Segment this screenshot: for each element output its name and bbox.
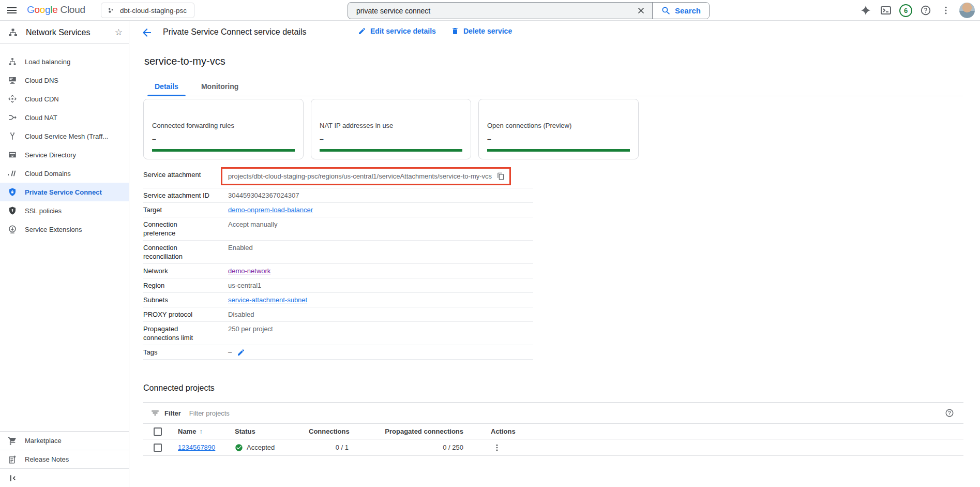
kv-label: Connection preference bbox=[143, 220, 210, 238]
column-header-actions: Actions bbox=[491, 427, 516, 435]
pin-star-icon[interactable]: ☆ bbox=[115, 27, 123, 38]
sidebar-item-cloud-nat[interactable]: Cloud NAT bbox=[0, 108, 129, 127]
gemini-sparkle-icon[interactable] bbox=[859, 4, 872, 17]
kv-value: Accept manually bbox=[228, 220, 277, 229]
kv-value: – bbox=[228, 348, 232, 357]
project-link[interactable]: 1234567890 bbox=[178, 444, 215, 451]
row-actions-menu-icon[interactable] bbox=[491, 441, 503, 454]
delete-button-label: Delete service bbox=[463, 27, 512, 35]
tab-details[interactable]: Details bbox=[143, 78, 190, 96]
card-value: – bbox=[320, 135, 462, 143]
search-button[interactable]: Search bbox=[652, 3, 709, 19]
sidebar-item-ssl-policies[interactable]: SSL policies bbox=[0, 201, 129, 220]
private-service-connect-icon bbox=[8, 187, 17, 197]
project-icon bbox=[107, 6, 115, 15]
copy-icon[interactable] bbox=[497, 172, 505, 180]
kv-label: Propagated connections limit bbox=[143, 324, 210, 342]
sidebar-item-label: Service Directory bbox=[25, 151, 76, 159]
project-selector-label: dbt-cloud-staging-psc bbox=[120, 7, 187, 14]
topbar-actions: 6 bbox=[859, 0, 975, 21]
sidebar-item-cloud-domains[interactable]: Cloud Domains bbox=[0, 164, 129, 183]
sidebar-item-release-notes[interactable]: Release Notes bbox=[0, 450, 129, 468]
cloud-dns-icon bbox=[8, 76, 17, 85]
target-link[interactable]: demo-onprem-load-balancer bbox=[228, 205, 313, 214]
sidebar-collapse-button[interactable] bbox=[0, 468, 129, 487]
sort-ascending-icon[interactable]: ↑ bbox=[199, 427, 203, 435]
google-cloud-logo: Google Cloud bbox=[27, 4, 85, 16]
connected-projects-table: Name ↑ Status Connections Propagated con… bbox=[143, 424, 963, 456]
notifications-badge[interactable]: 6 bbox=[899, 4, 912, 17]
trash-icon bbox=[451, 27, 459, 35]
subnet-link[interactable]: service-attachment-subnet bbox=[228, 296, 307, 304]
card-progress-bar bbox=[487, 149, 630, 152]
network-services-icon bbox=[8, 27, 18, 38]
table-help-icon[interactable] bbox=[945, 408, 954, 418]
card-open-connections: Open connections (Preview) – bbox=[478, 99, 639, 159]
cloud-domains-icon bbox=[8, 169, 17, 178]
service-directory-icon bbox=[8, 150, 17, 159]
table-row: 1234567890 Accepted 0 / 1 0 / 250 bbox=[143, 439, 963, 456]
sidebar: Network Services ☆ Load balancing Cloud … bbox=[0, 21, 129, 487]
kv-value: 250 per project bbox=[228, 324, 273, 333]
edit-service-details-button[interactable]: Edit service details bbox=[358, 27, 436, 35]
column-header-propagated-connections[interactable]: Propagated connections bbox=[349, 427, 463, 435]
sidebar-item-label: Cloud CDN bbox=[25, 95, 59, 103]
delete-service-button[interactable]: Delete service bbox=[451, 27, 512, 35]
connected-projects-filter-bar: Filter bbox=[143, 402, 963, 424]
sidebar-menu: Load balancing Cloud DNS Cloud CDN Cloud… bbox=[0, 44, 129, 239]
kv-value: Disabled bbox=[228, 310, 254, 319]
sidebar-item-label: Load balancing bbox=[25, 58, 70, 66]
sidebar-item-label: Cloud Domains bbox=[25, 170, 71, 178]
sidebar-item-load-balancing[interactable]: Load balancing bbox=[0, 52, 129, 71]
kv-row-connection-reconciliation: Connection reconciliation Enabled bbox=[143, 241, 533, 264]
user-avatar[interactable] bbox=[959, 3, 975, 18]
kv-row-service-attachment: Service attachment projects/dbt-cloud-st… bbox=[143, 168, 533, 188]
sidebar-item-label: Cloud NAT bbox=[25, 114, 57, 122]
help-icon[interactable] bbox=[919, 4, 932, 17]
search-clear-icon[interactable] bbox=[630, 3, 652, 19]
cloud-shell-icon[interactable] bbox=[879, 4, 893, 17]
sidebar-item-cloud-service-mesh[interactable]: Cloud Service Mesh (Traff... bbox=[0, 127, 129, 145]
project-selector[interactable]: dbt-cloud-staging-psc bbox=[101, 3, 194, 18]
tab-bar: Details Monitoring bbox=[143, 78, 963, 96]
cloud-nat-icon bbox=[8, 113, 17, 122]
kv-row-network: Network demo-network bbox=[143, 264, 533, 278]
card-connected-forwarding-rules: Connected forwarding rules – bbox=[143, 99, 304, 159]
sidebar-item-service-directory[interactable]: Service Directory bbox=[0, 145, 129, 164]
connected-projects-heading: Connected projects bbox=[143, 383, 963, 393]
edit-button-label: Edit service details bbox=[370, 27, 436, 35]
details-table: Service attachment projects/dbt-cloud-st… bbox=[143, 168, 533, 360]
sidebar-header: Network Services ☆ bbox=[0, 21, 129, 44]
kv-row-tags: Tags – bbox=[143, 345, 533, 360]
select-all-checkbox[interactable] bbox=[154, 427, 162, 436]
search-input[interactable] bbox=[348, 3, 630, 19]
sidebar-item-service-extensions[interactable]: Service Extensions bbox=[0, 220, 129, 239]
kv-label: Service attachment bbox=[143, 170, 210, 179]
back-arrow-icon[interactable] bbox=[141, 26, 153, 39]
sidebar-item-marketplace[interactable]: Marketplace bbox=[0, 431, 129, 450]
card-title: NAT IP addresses in use bbox=[320, 122, 462, 129]
more-options-icon[interactable] bbox=[939, 4, 953, 17]
filter-projects-input[interactable] bbox=[188, 409, 945, 418]
edit-tags-pencil-icon[interactable] bbox=[237, 348, 245, 357]
kv-row-proxy-protocol: PROXY protocol Disabled bbox=[143, 307, 533, 322]
connections-cell: 0 / 1 bbox=[309, 444, 349, 451]
column-header-connections[interactable]: Connections bbox=[309, 427, 349, 435]
sidebar-item-cloud-cdn[interactable]: Cloud CDN bbox=[0, 90, 129, 108]
kv-label: Target bbox=[143, 205, 210, 214]
column-header-status[interactable]: Status bbox=[235, 427, 309, 435]
column-header-name[interactable]: Name bbox=[178, 427, 196, 435]
sidebar-item-private-service-connect[interactable]: Private Service Connect bbox=[0, 183, 129, 201]
kv-value: 3044593042367024307 bbox=[228, 191, 299, 200]
network-link[interactable]: demo-network bbox=[228, 267, 270, 275]
kv-label: Subnets bbox=[143, 296, 210, 304]
sidebar-item-cloud-dns[interactable]: Cloud DNS bbox=[0, 71, 129, 90]
sidebar-item-label: Service Extensions bbox=[25, 226, 82, 233]
tab-monitoring[interactable]: Monitoring bbox=[190, 78, 250, 96]
marketplace-icon bbox=[8, 436, 17, 446]
row-checkbox[interactable] bbox=[154, 444, 162, 452]
card-value: – bbox=[152, 135, 295, 143]
sidebar-item-label: SSL policies bbox=[25, 207, 62, 215]
page-header: Private Service Connect service details … bbox=[130, 21, 980, 44]
hamburger-menu-icon[interactable] bbox=[6, 4, 18, 17]
